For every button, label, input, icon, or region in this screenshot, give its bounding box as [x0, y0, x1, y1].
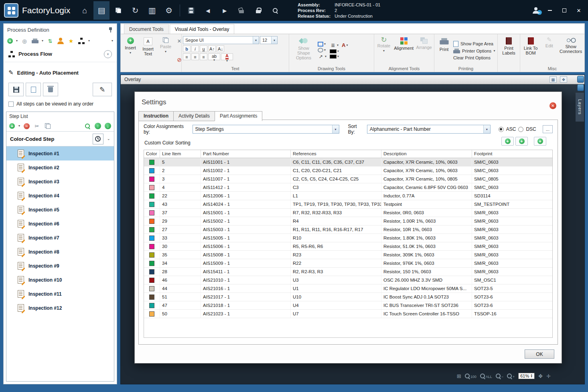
table-row[interactable]: 28AIS15411 - 1R2, R2-R3, R3Resistor, 150…	[144, 268, 552, 276]
edit-button[interactable]: ✎Edit	[541, 35, 558, 66]
link-to-bom-button[interactable]: Link To BOM	[521, 35, 540, 66]
insert-text-button[interactable]: AInsert Text	[140, 35, 156, 66]
table-row[interactable]: 51AIS21017 - 1U10IC Boost Sync ADJ 0.1A …	[144, 293, 552, 301]
edit-step-button[interactable]: ✎	[93, 83, 112, 96]
printer-options-button[interactable]: Printer Options▾	[453, 49, 495, 54]
table-row[interactable]: 34AIS15009 - 1R22Resistor, 976K 1%, 0603…	[144, 259, 552, 268]
pan-icon[interactable]: ✥	[538, 373, 543, 379]
text-color-icon[interactable]: A	[342, 42, 345, 48]
step-list-item[interactable]: Inspection #6	[6, 217, 114, 231]
font-family-caret-icon[interactable]: ▾	[253, 37, 259, 44]
color-swatch[interactable]	[149, 202, 154, 207]
zoom-in-icon[interactable]: +	[507, 374, 515, 379]
line-style-icon[interactable]: ≣	[330, 43, 336, 48]
line-color-swatch[interactable]	[330, 49, 337, 53]
font-size-combo[interactable]: 12▾	[260, 36, 278, 44]
grid-toggle-icon[interactable]: ⊞	[457, 373, 461, 379]
step-list-item[interactable]: Inspection #3	[6, 175, 114, 189]
color-swatch[interactable]	[149, 244, 154, 249]
table-row[interactable]: 50AIS21023 - 1U7IC Touch Screen Controll…	[144, 310, 552, 318]
add-menu-caret-icon[interactable]: ▾	[16, 39, 18, 43]
sort-by-combo[interactable]: Alphanumeric - Part Number▾	[367, 125, 491, 134]
layers-flyout-tab[interactable]: Layers	[576, 93, 584, 122]
tab-activity-details[interactable]: Activity Details	[173, 111, 215, 121]
color-assignments-combo[interactable]: Step Settings▾	[193, 125, 339, 134]
italic-button[interactable]: i	[191, 45, 199, 52]
print-button[interactable]: Print	[436, 35, 452, 66]
any-order-checkbox[interactable]	[8, 102, 14, 107]
user-account-icon[interactable]: ×	[533, 7, 539, 14]
move-down-icon[interactable]: ↓	[105, 123, 111, 129]
overlay-layers-icon[interactable]: ❖	[560, 76, 567, 83]
show-page-area-button[interactable]: Show Page Area	[453, 41, 495, 47]
rotate-button[interactable]: ↻Rotate▾	[375, 35, 392, 66]
step-list-item[interactable]: Inspection #11	[6, 287, 114, 301]
align-left-button[interactable]: ≡	[183, 53, 191, 60]
ok-button[interactable]: OK	[525, 349, 554, 359]
table-row[interactable]: 3AIS11007 - 1C2, C5, C5, C24, C24-C25, C…	[144, 175, 552, 183]
text-color-caret-icon[interactable]: ▾	[346, 44, 348, 47]
line-style-caret-icon[interactable]: ▾	[337, 44, 339, 47]
cut-icon[interactable]: ✂	[33, 122, 41, 130]
step-list-item[interactable]: Inspection #8	[6, 245, 114, 259]
flow-options-icon[interactable]	[78, 37, 85, 45]
table-row[interactable]: 35AIS15008 - 1R23Resistor, 309K 1%, 0603…	[144, 251, 552, 259]
font-color-button[interactable]: A▾	[221, 53, 233, 60]
toolbar-overflow-icon[interactable]: ▾	[112, 39, 113, 43]
table-row[interactable]: 33AIS15005 - 1R10Resistor, 1.80K 1%, 060…	[144, 234, 552, 242]
dsc-radio[interactable]	[518, 127, 523, 132]
assign-user-icon[interactable]	[57, 37, 64, 45]
table-row[interactable]: 43AIS14024 - 1TP1, TP19, TP19, TP30, TP3…	[144, 200, 552, 209]
step-list-item[interactable]: Inspection #7	[6, 231, 114, 245]
show-shape-options-button[interactable]: Show Shape Options	[290, 35, 317, 66]
color-swatch[interactable]	[149, 160, 154, 165]
tab-part-assignments[interactable]: Part Assignments	[215, 111, 262, 121]
header-footprint[interactable]: Footprint	[472, 150, 552, 158]
link-icon[interactable]: ◎	[21, 37, 28, 45]
tab-document-tools[interactable]: Document Tools	[124, 24, 169, 34]
step-list-item[interactable]: Inspection #9	[6, 259, 114, 273]
ellipse-tool-icon[interactable]	[318, 48, 323, 53]
alignment-button[interactable]: Alignment	[393, 35, 414, 66]
maximize-button[interactable]	[561, 7, 568, 14]
home-icon[interactable]: ⌂	[77, 1, 93, 20]
step-list-item[interactable]: Inspection #12	[6, 301, 114, 315]
align-center-button[interactable]: ≡	[191, 53, 199, 60]
line-color-caret-icon[interactable]: ▾	[337, 50, 339, 53]
arrow-tool-icon[interactable]: ↗	[318, 54, 324, 59]
tab-visual-aid-tools[interactable]: Visual Aid Tools - Overlay	[170, 24, 235, 34]
table-row[interactable]: 37AIS15001 - 1R7, R32, R32-R33, R33Resis…	[144, 209, 552, 217]
rectangle-tool-icon[interactable]	[318, 42, 323, 47]
step-list-item[interactable]: Inspection #2	[6, 160, 114, 175]
table-row[interactable]: 46AIS21010 - 1U3OSC 26.000 MHZ 3.3V SMDS…	[144, 276, 552, 284]
rail-tool-icon-1[interactable]	[577, 76, 584, 83]
table-row[interactable]: 44AIS21016 - 1U1IC Regulator LDO Micropo…	[144, 284, 552, 293]
header-references[interactable]: References	[291, 150, 381, 158]
shrink-font-button[interactable]: A↓	[217, 45, 224, 52]
color-assignments-caret-icon[interactable]: ▾	[332, 125, 339, 133]
rail-tool-icon-2[interactable]	[577, 84, 584, 91]
table-row[interactable]: 22AIS12006 - 1L1Inductor, 0.77ASD3114	[144, 192, 552, 200]
font-family-combo[interactable]: Segoe UI▾	[183, 36, 259, 44]
collapse-icon[interactable]: ▾	[104, 50, 112, 58]
remove-step-icon[interactable]	[24, 123, 30, 129]
font-size-caret-icon[interactable]: ▾	[271, 37, 277, 44]
step-list-item[interactable]: Inspection #5	[6, 203, 114, 217]
clear-print-options-button[interactable]: Clear Print Options	[453, 55, 495, 60]
minimize-button[interactable]	[546, 7, 554, 14]
table-row[interactable]: 27AIS15003 - 1R1, R11, R11, R16, R16-R17…	[144, 225, 552, 234]
table-row[interactable]: 2AIS11002 - 1C1, C20, C20-C21, C21Capaci…	[144, 167, 552, 175]
step-list-item[interactable]: Inspection #1	[6, 146, 114, 160]
overlay-map-icon[interactable]: ▦	[549, 76, 557, 83]
color-swatch[interactable]	[149, 185, 154, 190]
header-part-number[interactable]: Part Number	[201, 150, 291, 158]
color-swatch[interactable]	[149, 210, 154, 215]
pin-icon[interactable]	[108, 27, 113, 32]
save-step-button[interactable]	[8, 83, 24, 96]
print-caret-icon[interactable]: ▾	[42, 39, 43, 43]
asc-radio[interactable]	[499, 127, 504, 132]
materials-icon[interactable]	[110, 1, 126, 20]
paste-button[interactable]: Paste▾	[157, 35, 174, 66]
favorite-star-icon[interactable]: ★	[67, 37, 75, 45]
header-color[interactable]: Color	[144, 150, 160, 158]
